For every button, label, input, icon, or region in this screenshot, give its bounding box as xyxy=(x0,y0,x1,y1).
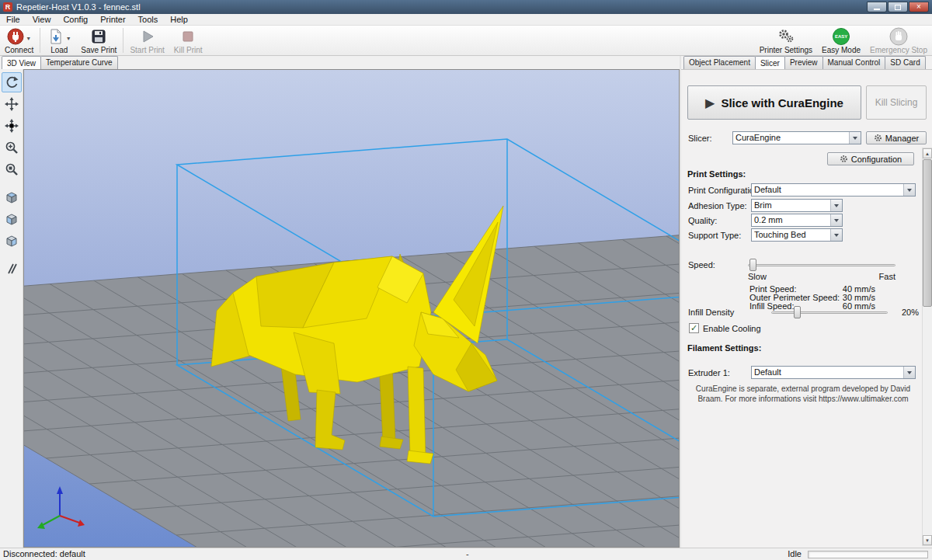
progress-bar xyxy=(808,551,928,558)
menu-view[interactable]: View xyxy=(26,14,57,26)
quality-select[interactable]: 0.2 mm xyxy=(751,214,843,227)
start-print-icon xyxy=(139,27,156,46)
infill-density-label: Infill Density xyxy=(688,308,734,317)
dropdown-arrow-icon[interactable] xyxy=(830,200,842,211)
connect-button[interactable]: ▼ Connect xyxy=(0,26,38,55)
move-view-button[interactable] xyxy=(2,94,22,114)
kill-print-button[interactable]: Kill Print xyxy=(169,26,207,55)
parallel-projection-button[interactable] xyxy=(2,259,22,279)
print-settings-heading: Print Settings: xyxy=(687,169,746,179)
dropdown-arrow-icon[interactable] xyxy=(830,229,842,241)
tab-preview[interactable]: Preview xyxy=(784,56,823,69)
kill-print-icon xyxy=(179,27,196,46)
save-icon xyxy=(90,27,107,46)
isometric-cube-icon xyxy=(4,190,19,205)
speed-fast-label: Fast xyxy=(857,272,895,281)
infill-density-slider[interactable] xyxy=(771,305,888,319)
slicer-label: Slicer: xyxy=(688,134,712,143)
tab-sd-card[interactable]: SD Card xyxy=(885,56,925,69)
scene-3d[interactable] xyxy=(24,70,679,547)
curaengine-note: CuraEngine is separate, external program… xyxy=(687,384,919,404)
right-panel: Object Placement Slicer Preview Manual C… xyxy=(681,56,932,548)
status-center: - xyxy=(466,549,469,558)
load-dropdown-caret[interactable]: ▼ xyxy=(66,36,71,41)
app-window: R Repetier-Host V1.0.3 - fennec.stl × Fi… xyxy=(0,0,932,560)
connection-status: Disconnected: default xyxy=(3,549,85,558)
top-cube-icon xyxy=(4,233,19,249)
zoom-object-button[interactable] xyxy=(2,159,22,179)
scroll-up-icon[interactable]: ▲ xyxy=(923,148,932,158)
view-front-button[interactable] xyxy=(2,209,22,229)
menu-file[interactable]: File xyxy=(0,14,26,26)
support-type-label: Support Type: xyxy=(688,231,741,240)
speed-slider-thumb[interactable] xyxy=(749,259,756,271)
dropdown-arrow-icon[interactable] xyxy=(903,367,915,378)
tab-manual-control[interactable]: Manual Control xyxy=(822,56,886,69)
adhesion-type-select[interactable]: Brim xyxy=(751,199,843,212)
close-button[interactable]: × xyxy=(909,2,929,12)
connect-dropdown-caret[interactable]: ▼ xyxy=(26,36,31,41)
move-view-icon xyxy=(4,96,19,112)
adhesion-type-label: Adhesion Type: xyxy=(688,201,747,210)
save-print-button[interactable]: Save Print xyxy=(76,26,121,55)
right-tab-strip: Object Placement Slicer Preview Manual C… xyxy=(683,56,925,69)
tab-temperature-curve[interactable]: Temperature Curve xyxy=(40,56,118,69)
move-object-icon xyxy=(4,118,19,134)
load-icon xyxy=(47,27,64,46)
speed-slow-label: Slow xyxy=(748,272,767,281)
dropdown-arrow-icon[interactable] xyxy=(849,132,861,144)
scrollbar-thumb[interactable] xyxy=(923,159,932,307)
front-cube-icon xyxy=(4,211,19,227)
tab-3d-view[interactable]: 3D View xyxy=(2,56,41,69)
enable-cooling-checkbox[interactable] xyxy=(689,323,699,333)
tab-slicer[interactable]: Slicer xyxy=(755,56,785,69)
support-type-select[interactable]: Touching Bed xyxy=(751,228,843,242)
dropdown-arrow-icon[interactable] xyxy=(903,184,915,196)
emergency-stop-icon xyxy=(889,27,908,46)
manager-button[interactable]: Manager xyxy=(866,131,927,144)
viewport-3d[interactable] xyxy=(23,69,680,548)
rotate-icon xyxy=(4,75,19,90)
play-icon: ▶ xyxy=(705,96,715,110)
infill-density-slider-thumb[interactable] xyxy=(794,306,801,318)
menu-config[interactable]: Config xyxy=(57,14,94,26)
tab-object-placement[interactable]: Object Placement xyxy=(683,56,756,69)
configuration-button[interactable]: Configuration xyxy=(827,152,914,165)
menu-bar: File View Config Printer Tools Help xyxy=(0,14,932,26)
speed-label: Speed: xyxy=(688,260,715,270)
workspace: 3D View Temperature Curve xyxy=(0,56,932,548)
view-tools-column xyxy=(0,69,23,548)
scroll-down-icon[interactable]: ▼ xyxy=(923,535,932,545)
title-bar: R Repetier-Host V1.0.3 - fennec.stl × xyxy=(0,0,932,14)
kill-slicing-button[interactable]: Kill Slicing xyxy=(866,85,927,120)
maximize-button[interactable] xyxy=(888,2,908,12)
filament-settings-heading: Filament Settings: xyxy=(687,343,761,353)
zoom-view-button[interactable] xyxy=(2,137,22,158)
slice-with-curaengine-button[interactable]: ▶ Slice with CuraEngine xyxy=(687,85,861,120)
panel-scrollbar[interactable]: ▲ ▼ xyxy=(922,148,932,546)
extruder-1-select[interactable]: Default xyxy=(751,366,916,379)
move-object-button[interactable] xyxy=(2,116,22,136)
view-isometric-button[interactable] xyxy=(2,187,22,207)
printer-settings-button[interactable]: Printer Settings xyxy=(755,26,817,55)
view-top-button[interactable] xyxy=(2,231,22,251)
gear-icon xyxy=(874,134,882,142)
print-configuration-select[interactable]: Default xyxy=(751,183,916,197)
status-bar: Disconnected: default - Idle xyxy=(0,548,932,560)
connect-icon xyxy=(7,27,24,46)
start-print-button[interactable]: Start Print xyxy=(125,26,169,55)
window-title: Repetier-Host V1.0.3 - fennec.stl xyxy=(16,2,867,12)
menu-help[interactable]: Help xyxy=(164,14,194,26)
rotate-view-button[interactable] xyxy=(2,72,22,92)
speed-slider[interactable] xyxy=(748,258,895,272)
slicer-select[interactable]: CuraEngine xyxy=(732,131,861,144)
app-logo-icon: R xyxy=(3,2,12,12)
minimize-button[interactable] xyxy=(867,2,887,12)
load-button[interactable]: ▼ Load xyxy=(42,26,76,55)
printer-settings-gears-icon xyxy=(777,27,795,46)
menu-printer[interactable]: Printer xyxy=(94,14,131,26)
dropdown-arrow-icon[interactable] xyxy=(830,214,842,226)
easy-mode-button[interactable]: EASY Easy Mode xyxy=(817,26,865,55)
menu-tools[interactable]: Tools xyxy=(132,14,165,26)
emergency-stop-button[interactable]: Emergency Stop xyxy=(865,26,932,55)
